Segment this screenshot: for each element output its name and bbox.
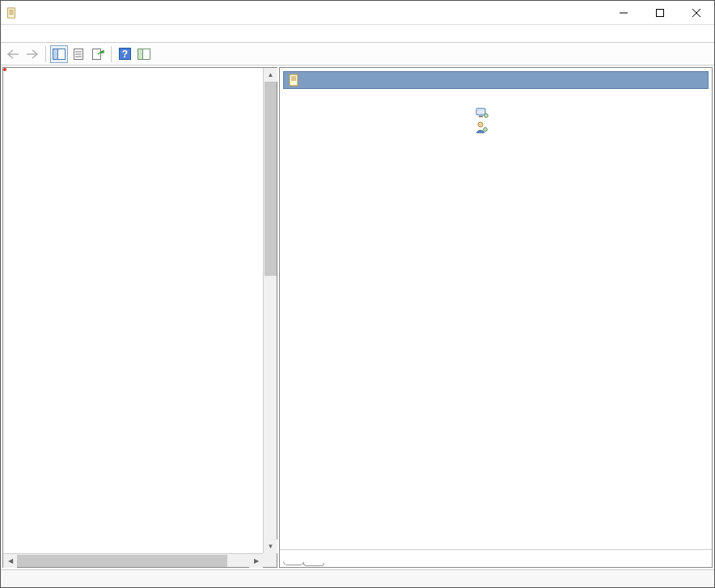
window-controls: [605, 1, 714, 24]
svg-rect-10: [53, 49, 58, 59]
svg-point-26: [484, 114, 489, 118]
detail-header: [283, 71, 709, 89]
hscroll-left[interactable]: ◀: [3, 554, 17, 568]
computer-icon: [476, 106, 489, 119]
maximize-button[interactable]: [641, 1, 678, 24]
tree-scroll: [3, 68, 277, 567]
toolbar-sep: [45, 46, 46, 62]
toolbar: ?: [1, 43, 714, 66]
menu-file[interactable]: [4, 32, 11, 36]
statusbar: [1, 569, 714, 587]
toolbar-sep-2: [111, 46, 112, 62]
detail-content: [280, 89, 712, 549]
menu-action[interactable]: [22, 32, 28, 36]
export-button[interactable]: [89, 45, 107, 63]
close-button[interactable]: [678, 1, 714, 24]
tab-standard[interactable]: [303, 563, 324, 566]
highlight-annotation: [3, 68, 6, 71]
hscroll-thumb[interactable]: [17, 555, 227, 567]
svg-point-28: [484, 128, 488, 132]
titlebar[interactable]: [1, 1, 714, 25]
column-header-name[interactable]: [476, 95, 705, 105]
menubar: [1, 25, 714, 43]
vscroll-down[interactable]: ▼: [264, 539, 277, 553]
vscroll-thumb[interactable]: [264, 82, 277, 276]
content-area: ▲ ▼ ◀ ▶: [1, 66, 714, 569]
vscroll-track[interactable]: [264, 276, 277, 539]
svg-rect-25: [479, 116, 483, 117]
forward-button[interactable]: [23, 45, 41, 63]
svg-rect-15: [93, 49, 101, 59]
svg-rect-6: [656, 9, 663, 16]
svg-text:?: ?: [121, 49, 127, 60]
tab-extended[interactable]: [283, 561, 304, 565]
hscroll-right[interactable]: ▶: [249, 554, 263, 568]
minimize-button[interactable]: [605, 1, 641, 24]
detail-tabs: [280, 549, 712, 567]
tree-vscrollbar[interactable]: ▲ ▼: [263, 68, 277, 553]
tree-pane: ▲ ▼ ◀ ▶: [2, 67, 277, 568]
svg-rect-19: [138, 49, 143, 59]
properties-button[interactable]: [70, 45, 87, 63]
svg-rect-24: [476, 108, 485, 115]
vscroll-up[interactable]: ▲: [264, 68, 277, 82]
menu-help[interactable]: [57, 32, 64, 36]
menu-view[interactable]: [40, 32, 46, 36]
tree-hscrollbar[interactable]: ◀ ▶: [3, 553, 263, 567]
detail-list: [476, 95, 705, 549]
user-icon: [476, 121, 489, 133]
detail-pane: [279, 67, 713, 568]
window-frame: ? ▲ ▼ ◀ ▶: [0, 0, 715, 588]
filter-button[interactable]: [135, 45, 153, 63]
description-column: [286, 95, 456, 549]
svg-point-27: [478, 122, 483, 127]
scroll-corner: [263, 553, 277, 567]
help-button[interactable]: ?: [116, 45, 133, 63]
back-button[interactable]: [4, 45, 22, 63]
hscroll-track[interactable]: [227, 554, 249, 567]
showhide-tree-button[interactable]: [50, 45, 68, 63]
list-item[interactable]: [476, 105, 705, 120]
list-item[interactable]: [476, 120, 705, 134]
app-icon: [6, 6, 19, 19]
gp-icon: [287, 74, 300, 87]
